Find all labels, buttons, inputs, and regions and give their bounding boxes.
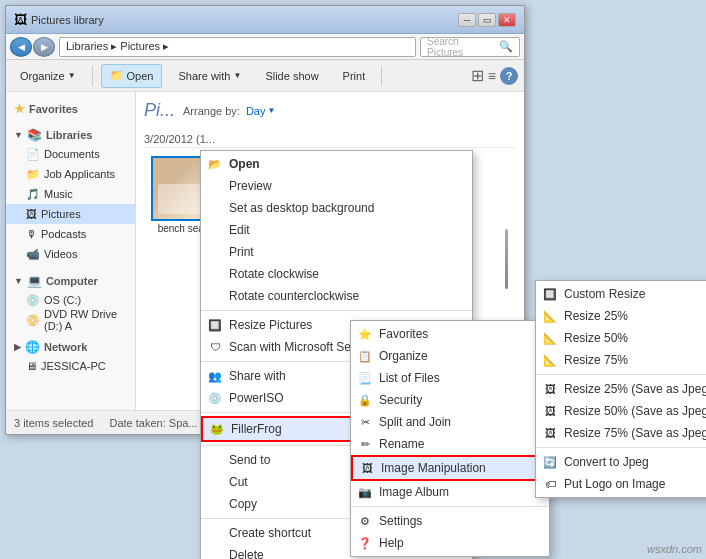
search-box[interactable]: Search Pictures 🔍 [420,37,520,57]
menu-set-desktop[interactable]: Set as desktop background [201,197,472,219]
sidebar-item-videos[interactable]: 📹 Videos [6,244,135,264]
share-with-button[interactable]: Share with ▼ [170,64,249,88]
favorites-section: ★ Favorites [6,100,135,118]
sidebar-item-documents[interactable]: 📄 Documents [6,144,135,164]
menu-im-resize-25-jpeg-label: Resize 25% (Save as Jpeg) [564,382,706,396]
im-resize25-icon: 📐 [542,308,558,324]
menu-im-resize-25-jpeg[interactable]: 🖼 Resize 25% (Save as Jpeg) [536,378,706,400]
restore-button[interactable]: ▭ [478,13,496,27]
sidebar-item-podcasts[interactable]: 🎙 Podcasts [6,224,135,244]
print-button[interactable]: Print [335,64,374,88]
menu-im-custom-resize[interactable]: 🔲 Custom Resize [536,283,706,305]
menu-poweriso-label: PowerISO [229,391,284,405]
sidebar-item-dvd[interactable]: 📀 DVD RW Drive (D:) A [6,310,135,330]
dvd-icon: 📀 [26,314,40,327]
menu-edit[interactable]: Edit [201,219,472,241]
date-taken: Date taken: Spa... [109,417,197,429]
menu-ff-security[interactable]: 🔒 Security [351,389,549,411]
computer-header: ▼ 💻 Computer [6,272,135,290]
close-button[interactable]: ✕ [498,13,516,27]
menu-im-resize-75-label: Resize 75% [564,353,628,367]
open-button[interactable]: 📁 Open [101,64,163,88]
menu-rotate-ccw[interactable]: Rotate counterclockwise [201,285,472,307]
libraries-section: ▼ 📚 Libraries 📄 Documents 📁 Job Applican… [6,126,135,264]
window-icon: 🖼 [14,12,27,27]
menu-rotate-cw-label: Rotate clockwise [229,267,319,281]
libraries-label: Libraries [46,129,92,141]
menu-im-resize-75-jpeg[interactable]: 🖼 Resize 75% (Save as Jpeg) [536,422,706,444]
music-label: Music [44,188,73,200]
osc-label: OS (C:) [44,294,81,306]
address-text: Libraries ▸ Pictures ▸ [66,40,169,53]
address-bar: ◀ ▶ Libraries ▸ Pictures ▸ Search Pictur… [6,34,524,60]
network-label: Network [44,341,87,353]
menu-ff-organize[interactable]: 📋 Organize [351,345,549,367]
applicants-icon: 📁 [26,168,40,181]
menu-im-resize-50[interactable]: 📐 Resize 50% [536,327,706,349]
organize-button[interactable]: Organize ▼ [12,64,84,88]
docs-icon: 📄 [26,148,40,161]
menu-preview[interactable]: Preview [201,175,472,197]
menu-ff-split-join[interactable]: ✂ Split and Join [351,411,549,433]
open-icon: 📁 [110,69,124,82]
menu-ff-help[interactable]: ❓ Help [351,532,549,554]
slideshow-label: Slide show [265,70,318,82]
menu-fillerfrog-label: FillerFrog [231,422,282,436]
menu-ff-settings[interactable]: ⚙ Settings [351,510,549,532]
watermark-text: wsxdn.com [647,543,702,555]
menu-preview-label: Preview [229,179,272,193]
computer-expand-icon: ▼ [14,276,23,286]
videos-icon: 📹 [26,248,40,261]
menu-im-resize-75[interactable]: 📐 Resize 75% [536,349,706,371]
menu-print[interactable]: Print [201,241,472,263]
organize-label: Organize [20,70,65,82]
docs-label: Documents [44,148,100,160]
sidebar-item-job-applicants[interactable]: 📁 Job Applicants [6,164,135,184]
menu-im-resize-25[interactable]: 📐 Resize 25% [536,305,706,327]
menu-rotate-cw[interactable]: Rotate clockwise [201,263,472,285]
sidebar-item-pictures[interactable]: 🖼 Pictures [6,204,135,224]
ff-list-icon: 📃 [357,370,373,386]
menu-ff-image-manipulation-label: Image Manipulation [381,461,486,475]
view-icon-2[interactable]: ≡ [488,68,496,84]
menu-im-convert-jpeg-label: Convert to Jpeg [564,455,649,469]
libraries-folder-icon: 📚 [27,128,42,142]
menu-open[interactable]: 📂 Open [201,153,472,175]
ff-split-icon: ✂ [357,414,373,430]
menu-ff-help-label: Help [379,536,404,550]
ff-organize-icon: 📋 [357,348,373,364]
separator-1 [201,310,472,311]
sidebar-item-os-c[interactable]: 💿 OS (C:) [6,290,135,310]
menu-im-put-logo[interactable]: 🏷 Put Logo on Image [536,473,706,495]
menu-ff-organize-label: Organize [379,349,428,363]
address-path[interactable]: Libraries ▸ Pictures ▸ [59,37,416,57]
im-separator-2 [536,447,706,448]
minimize-button[interactable]: ─ [458,13,476,27]
menu-ff-rename[interactable]: ✏ Rename [351,433,549,455]
menu-im-resize-50-jpeg[interactable]: 🖼 Resize 50% (Save as Jpeg) [536,400,706,422]
menu-ff-favorites[interactable]: ⭐ Favorites [351,323,549,345]
menu-ff-settings-label: Settings [379,514,422,528]
date-header: 3/20/2012 (1... [144,129,516,148]
menu-ff-image-album[interactable]: 📷 Image Album [351,481,549,503]
menu-im-resize-75-jpeg-label: Resize 75% (Save as Jpeg) [564,426,706,440]
ff-settings-icon: ⚙ [357,513,373,529]
menu-set-desktop-label: Set as desktop background [229,201,374,215]
libraries-expand-icon: ▼ [14,130,23,140]
arrange-dropdown[interactable]: Day ▼ [246,105,275,117]
menu-ff-image-manipulation[interactable]: 🖼 Image Manipulation [351,455,549,481]
forward-button[interactable]: ▶ [33,37,55,57]
menu-im-convert-jpeg[interactable]: 🔄 Convert to Jpeg [536,451,706,473]
sidebar-item-jessica-pc[interactable]: 🖥 JESSICA-PC [6,356,135,376]
view-icon-1[interactable]: ⊞ [471,66,484,85]
help-icon[interactable]: ? [500,67,518,85]
slideshow-button[interactable]: Slide show [257,64,326,88]
im-separator-1 [536,374,706,375]
title-bar: 🖼 Pictures library ─ ▭ ✕ [6,6,524,34]
network-section: ▶ 🌐 Network 🖥 JESSICA-PC [6,338,135,376]
menu-ff-list-files[interactable]: 📃 List of Files [351,367,549,389]
libraries-header: ▼ 📚 Libraries [6,126,135,144]
back-button[interactable]: ◀ [10,37,32,57]
sidebar-item-music[interactable]: 🎵 Music [6,184,135,204]
scroll-indicator [505,229,508,289]
